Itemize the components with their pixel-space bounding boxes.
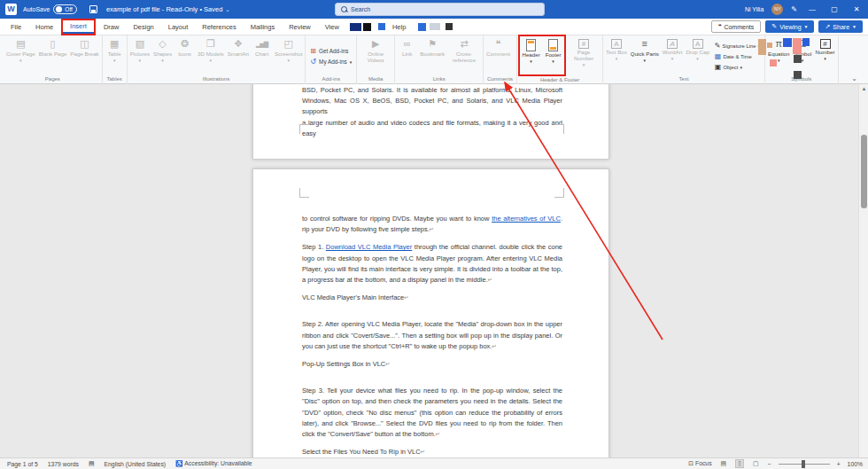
wordart-button[interactable]: AWordArt▾ <box>661 35 685 75</box>
shapes-button[interactable]: ◇Shapes▾ <box>151 35 174 75</box>
tab-design[interactable]: Design <box>126 19 160 35</box>
tab-references[interactable]: References <box>195 19 243 35</box>
search-input[interactable]: Search <box>335 3 545 16</box>
chevron-down-icon: ▼ <box>804 24 809 29</box>
accessibility-status[interactable]: ♿ Accessibility: Unavailable <box>175 460 252 467</box>
cover-page-button[interactable]: ▤Cover Page▾ <box>4 35 37 75</box>
equation-button[interactable]: πEquation▾ <box>766 35 791 75</box>
status-bar: Page 1 of 5 1379 words ▤ English (United… <box>0 457 868 469</box>
print-layout-button[interactable]: ▯ <box>735 459 744 468</box>
online-videos-button[interactable]: ▶Online Videos <box>358 35 393 75</box>
symbol-icon: Ω <box>799 37 806 51</box>
collapse-ribbon-chevron-icon[interactable]: ⌄ <box>851 74 857 82</box>
close-button[interactable]: ✕ <box>849 5 864 13</box>
maximize-button[interactable]: ▢ <box>827 5 841 13</box>
header-button[interactable]: Header▾ <box>520 36 542 76</box>
hyperlink[interactable]: the alternatives of VLC <box>492 215 561 223</box>
tab-view[interactable]: View <box>318 19 346 35</box>
symbol-label: Symbol <box>794 51 812 58</box>
addin-tab-block <box>446 23 453 30</box>
dropdown-arrow-icon: ▾ <box>696 57 699 61</box>
tab-draw[interactable]: Draw <box>97 19 127 35</box>
3d-models-button[interactable]: ❒3D Models▾ <box>196 35 226 75</box>
footer-button[interactable]: Footer▾ <box>542 36 564 76</box>
document-paragraph: VLC Media Player's Main Interface↵ <box>302 293 562 303</box>
zoom-in-button[interactable]: + <box>837 461 841 467</box>
group-label-symbols: Symbols <box>766 75 836 84</box>
save-icon[interactable] <box>89 5 97 13</box>
tab-help[interactable]: Help <box>385 19 413 35</box>
smartart-button[interactable]: ❖SmartArt <box>226 35 251 75</box>
dropdown-arrow-icon: ▾ <box>644 59 647 63</box>
scrollbar-thumb[interactable] <box>861 135 867 208</box>
document-page-2[interactable]: to control software for ripping DVDs. Ma… <box>252 168 609 457</box>
language-indicator[interactable]: English (United States) <box>105 461 167 467</box>
minimize-button[interactable]: — <box>805 5 819 13</box>
page-number-button[interactable]: #Page Number▾ <box>566 35 601 75</box>
autosave-knob <box>56 6 62 12</box>
tab-home[interactable]: Home <box>28 19 60 35</box>
zoom-level[interactable]: 100% <box>848 461 863 467</box>
comment-button[interactable]: ❝Comment <box>484 35 512 75</box>
pictures-button[interactable]: ▧Pictures▾ <box>128 35 151 75</box>
zoom-slider-thumb[interactable] <box>802 460 805 468</box>
scroll-up-arrow-icon[interactable]: ▲ <box>859 86 868 91</box>
page-break-button[interactable]: ◫Page Break <box>68 35 100 75</box>
drop-cap-button[interactable]: ADrop Cap▾ <box>684 35 710 75</box>
autosave-toggle[interactable]: Off <box>53 4 77 14</box>
bookmark-button[interactable]: ⚑Bookmark <box>418 35 446 75</box>
number-button[interactable]: #Number▾ <box>814 35 837 75</box>
object-button[interactable]: ▣Object▾ <box>715 64 760 71</box>
icons-button[interactable]: ❂Icons <box>174 35 196 75</box>
blank-page-button[interactable]: ▯Blank Page <box>37 35 69 75</box>
pen-icon[interactable]: ✎ <box>791 0 797 19</box>
my-add-ins-button[interactable]: ↺My Add-ins▾ <box>310 59 352 66</box>
hyperlink[interactable]: Download VLC Media Player <box>326 243 412 251</box>
read-mode-button[interactable]: ▤ <box>719 460 729 467</box>
dropdown-arrow-icon: ▾ <box>530 59 532 64</box>
screenshot-button[interactable]: ◰Screenshot▾ <box>273 35 304 75</box>
tab-file[interactable]: File <box>4 19 28 35</box>
tab-mailings[interactable]: Mailings <box>244 19 283 35</box>
cross-reference-button[interactable]: ⇄Cross- reference <box>446 35 482 75</box>
link-button[interactable]: ∞Link <box>396 35 418 75</box>
document-title[interactable]: example of pdf file - Read-Only • Saved⌄ <box>106 5 229 13</box>
tab-review[interactable]: Review <box>282 19 318 35</box>
tab-layout[interactable]: Layout <box>161 19 196 35</box>
document-paragraph: Step 3. Tell your device what files you … <box>302 386 562 440</box>
word-count[interactable]: 1379 words <box>48 461 79 467</box>
document-canvas[interactable]: BSD, Pocket PC, and Solaris. It is avail… <box>0 84 868 457</box>
focus-mode-button[interactable]: ⊡ Focus <box>688 460 711 467</box>
text-box-button[interactable]: AText Box▾ <box>604 35 629 75</box>
margin-corner-mark <box>554 124 564 134</box>
table-button[interactable]: ▦Table▾ <box>104 35 126 75</box>
signature-line-button[interactable]: ✎Signature Line▾ <box>715 43 760 50</box>
proofing-icon[interactable]: ▤ <box>89 460 95 467</box>
document-page-1[interactable]: BSD, Pocket PC, and Solaris. It is avail… <box>252 84 609 160</box>
group-label-links: Links <box>396 75 482 84</box>
quick-parts-button[interactable]: ≡Quick Parts▾ <box>629 35 661 75</box>
symbol-button[interactable]: ΩSymbol▾ <box>792 35 814 75</box>
word-app-icon[interactable]: W <box>5 4 17 15</box>
date-time-icon: ▦ <box>715 53 722 60</box>
viewing-button[interactable]: ✎ Viewing ▼ <box>765 20 814 33</box>
cross-reference-label: Cross- reference <box>448 51 480 64</box>
zoom-slider[interactable] <box>779 464 830 465</box>
share-button[interactable]: ↗ Share ▼ <box>818 20 863 33</box>
page-indicator[interactable]: Page 1 of 5 <box>7 461 38 467</box>
pictures-label: Pictures <box>130 51 150 58</box>
document-paragraph: to control software for ripping DVDs. Ma… <box>302 214 562 235</box>
group-label-media: Media <box>358 75 393 84</box>
search-placeholder: Search <box>351 6 370 12</box>
date-time-button[interactable]: ▦Date & Time <box>715 53 760 60</box>
get-add-ins-button[interactable]: ⊞Get Add-ins <box>310 48 352 55</box>
zoom-out-button[interactable]: − <box>768 461 771 467</box>
avatar[interactable]: NY <box>771 4 783 15</box>
web-layout-button[interactable]: ▢ <box>751 460 761 467</box>
comments-button[interactable]: ❝ Comments <box>711 20 762 33</box>
vertical-scrollbar[interactable]: ▲ <box>858 84 868 457</box>
autosave-control[interactable]: AutoSave Off <box>23 4 77 14</box>
tab-insert[interactable]: Insert <box>63 20 94 34</box>
chart-button[interactable]: ▂▅▇Chart <box>251 35 273 75</box>
group-label-illustrations: Illustrations <box>128 75 305 84</box>
